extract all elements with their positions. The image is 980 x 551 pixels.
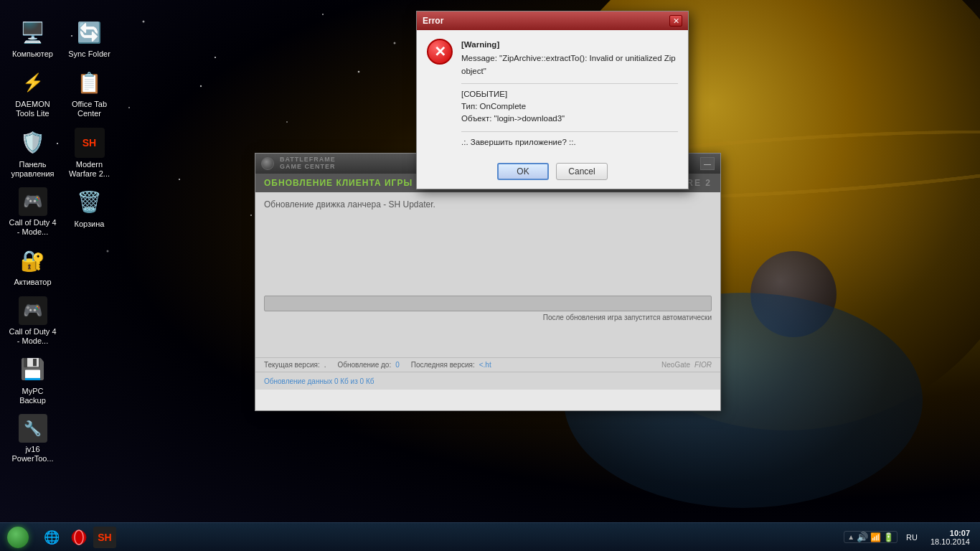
battleframe-header-title: ОБНОВЛЕНИЕ КЛИЕНТА ИГРЫ bbox=[264, 178, 413, 188]
neogate-label: NeoGate bbox=[661, 361, 690, 369]
mw2-icon: SH bbox=[75, 128, 105, 158]
mypc-icon: 💾 bbox=[18, 354, 48, 385]
svg-point-9 bbox=[286, 121, 288, 123]
tray-network-icon[interactable]: 📶 bbox=[870, 532, 881, 542]
current-version-value: . bbox=[324, 361, 326, 369]
language-indicator[interactable]: RU bbox=[903, 533, 920, 542]
desktop-icon-officetab[interactable]: 📋 Office Tab Center bbox=[62, 65, 116, 121]
clock-date: 18.10.2014 bbox=[930, 537, 970, 546]
error-type-label: Тип: OnComplete bbox=[461, 100, 678, 113]
battleframe-progress-area: После обновления игра запустится автомат… bbox=[264, 296, 712, 321]
battleframe-data-update: Обновление данных 0 Кб из 0 Кб bbox=[255, 372, 720, 390]
tray-battery-icon[interactable]: 🔋 bbox=[883, 532, 894, 542]
svg-point-1 bbox=[143, 21, 145, 23]
data-update-text: Обновление данных 0 Кб из 0 Кб bbox=[264, 377, 374, 385]
computer-icon-label: Компьютер bbox=[12, 50, 53, 59]
desktop-icon-jv16[interactable]: 🔧 jv16 PowerToo... bbox=[6, 411, 60, 466]
battleframe-footer-versions: Текущая версия: . Обновление до: 0 После… bbox=[264, 361, 491, 369]
svg-point-3 bbox=[322, 14, 324, 15]
battleframe-update-text: Обновление движка ланчера - SH Updater. bbox=[264, 199, 712, 209]
error-event-section: [СОБЫТИЕ] Тип: OnComplete Объект: "login… bbox=[461, 88, 678, 126]
tray-arrow-icon[interactable]: ▲ bbox=[847, 533, 854, 541]
error-warning-label: [Warning] bbox=[461, 39, 678, 51]
taskbar: 🌐 SH ▲ 🔊 📶 🔋 RU bbox=[0, 522, 980, 551]
error-object-label: Объект: "login->download3" bbox=[461, 113, 678, 125]
desktop-icon-daemon[interactable]: ⚡ DAEMON Tools Lite bbox=[6, 65, 60, 121]
tray-speaker-icon[interactable]: 🔊 bbox=[857, 532, 868, 542]
battleframe-window: BATTLEFRAME GAME CENTER — ОБНОВЛЕНИЕ КЛИ… bbox=[255, 153, 721, 411]
taskbar-clock[interactable]: 10:07 18.10.2014 bbox=[926, 529, 974, 546]
taskbar-opera-icon[interactable] bbox=[66, 524, 92, 550]
controlpanel-icon: 🛡️ bbox=[18, 128, 48, 158]
daemon-icon-label: DAEMON Tools Lite bbox=[9, 100, 57, 118]
desktop-icon-mypc[interactable]: 💾 MyPC Backup bbox=[6, 352, 60, 408]
battleframe-status-text: После обновления игра запустится автомат… bbox=[264, 314, 712, 321]
mw2-taskbar-icon: SH bbox=[98, 532, 111, 543]
desktop-icon-controlpanel[interactable]: 🛡️ Панель управления bbox=[6, 125, 60, 182]
system-tray: ▲ 🔊 📶 🔋 bbox=[844, 531, 897, 543]
error-body: ✕ [Warning] Message: "ZipArchive::extrac… bbox=[417, 30, 688, 157]
error-finish-question: .:. Завершить приложение? ::. bbox=[461, 136, 678, 149]
error-separator-2 bbox=[461, 131, 678, 132]
start-orb bbox=[7, 527, 29, 548]
last-version-value: <.ht bbox=[479, 361, 491, 369]
desktop-icon-activator[interactable]: 🔐 Активатор bbox=[6, 242, 60, 290]
computer-icon: 🖥️ bbox=[18, 17, 48, 47]
trash-icon-label: Корзина bbox=[75, 220, 105, 229]
svg-point-7 bbox=[200, 85, 202, 87]
cod1-icon: 🎮 bbox=[19, 187, 47, 216]
sync-icon-label: Sync Folder bbox=[68, 50, 110, 59]
taskbar-mw2-icon[interactable]: SH bbox=[93, 527, 116, 548]
cod2-icon-label: Call of Duty 4 - Mode... bbox=[9, 327, 57, 346]
jv16-icon: 🔧 bbox=[19, 414, 47, 443]
svg-point-2 bbox=[215, 57, 216, 58]
desktop-icon-mw2[interactable]: SH Modern Warfare 2... bbox=[62, 125, 116, 182]
last-version-label: Последняя версия: bbox=[411, 361, 475, 369]
svg-point-10 bbox=[358, 71, 360, 73]
battleframe-controls: — bbox=[700, 157, 715, 170]
desktop-icon-cod1[interactable]: 🎮 Call of Duty 4 - Mode... bbox=[6, 184, 60, 240]
error-message: Message: "ZipArchive::extractTo(): Inval… bbox=[461, 52, 678, 77]
taskbar-icons: 🌐 SH bbox=[36, 524, 119, 550]
error-close-button[interactable]: ✕ bbox=[669, 15, 682, 27]
taskbar-ie-icon[interactable]: 🌐 bbox=[39, 524, 65, 550]
cod1-icon-label: Call of Duty 4 - Mode... bbox=[9, 218, 57, 237]
error-title: Error bbox=[423, 16, 443, 26]
error-buttons: OK Cancel bbox=[417, 157, 688, 189]
svg-point-6 bbox=[128, 107, 130, 108]
svg-point-15 bbox=[72, 530, 86, 545]
svg-point-13 bbox=[179, 179, 180, 180]
mw2-icon-label: Modern Warfare 2... bbox=[65, 160, 113, 179]
opera-icon bbox=[71, 529, 87, 545]
desktop-icon-trash[interactable]: 🗑️ Корзина bbox=[62, 184, 116, 232]
sync-icon: 🔄 bbox=[75, 17, 105, 47]
battleframe-title-left: BATTLEFRAME GAME CENTER bbox=[261, 156, 336, 171]
controlpanel-icon-label: Панель управления bbox=[9, 160, 57, 179]
desktop-icon-sync[interactable]: 🔄 Sync Folder bbox=[62, 14, 116, 62]
error-cancel-button[interactable]: Cancel bbox=[556, 163, 608, 180]
svg-point-4 bbox=[394, 42, 396, 44]
clock-time: 10:07 bbox=[930, 529, 970, 537]
activator-icon: 🔐 bbox=[18, 245, 48, 276]
battleframe-minimize-btn[interactable]: — bbox=[700, 157, 715, 170]
taskbar-right: ▲ 🔊 📶 🔋 RU 10:07 18.10.2014 bbox=[844, 529, 980, 546]
taskbar-lang-area: RU bbox=[900, 533, 923, 542]
update-to-value: 0 bbox=[395, 361, 400, 369]
error-icon-area: ✕ bbox=[427, 39, 453, 149]
mypc-icon-label: MyPC Backup bbox=[9, 387, 57, 405]
officetab-icon: 📋 bbox=[75, 67, 105, 98]
battleframe-logo bbox=[261, 157, 274, 170]
update-to-label: Обновление до: bbox=[337, 361, 391, 369]
desktop-icon-cod2[interactable]: 🎮 Call of Duty 4 - Mode... bbox=[6, 293, 60, 349]
desktop-icon-computer[interactable]: 🖥️ Компьютер bbox=[6, 14, 60, 62]
error-ok-button[interactable]: OK bbox=[497, 163, 549, 180]
battleframe-progress-bar bbox=[264, 296, 712, 311]
error-warning-section: [Warning] Message: "ZipArchive::extractT… bbox=[461, 39, 678, 77]
fior-label: FIOR bbox=[694, 361, 712, 369]
desktop-icons-container: 🖥️ Компьютер ⚡ DAEMON Tools Lite 🛡️ Пане… bbox=[0, 7, 119, 474]
battleframe-footer-right: NeoGate FIOR bbox=[661, 361, 712, 369]
trash-icon: 🗑️ bbox=[75, 187, 105, 217]
desktop: 🖥️ Компьютер ⚡ DAEMON Tools Lite 🛡️ Пане… bbox=[0, 0, 980, 551]
jv16-icon-label: jv16 PowerToo... bbox=[9, 445, 57, 463]
start-button[interactable] bbox=[0, 523, 36, 552]
